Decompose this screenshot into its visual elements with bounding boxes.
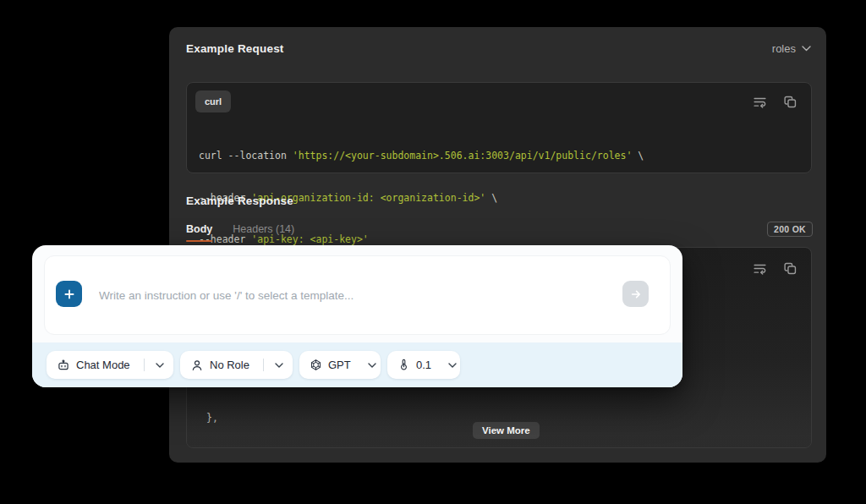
chevron-down-icon xyxy=(368,363,376,368)
tab-headers[interactable]: Headers (14) xyxy=(233,223,294,235)
request-code-actions xyxy=(753,95,797,109)
instruction-input[interactable] xyxy=(99,256,573,334)
send-button[interactable] xyxy=(622,281,649,307)
response-code-actions xyxy=(753,261,797,276)
role-label: No Role xyxy=(210,359,249,371)
code-text: curl --location xyxy=(199,150,293,162)
instruction-input-container xyxy=(44,255,671,335)
chevron-down-icon xyxy=(156,363,164,368)
plus-icon xyxy=(63,288,76,301)
status-badge: 200 OK xyxy=(767,222,813,237)
endpoint-selector[interactable]: roles xyxy=(772,42,811,55)
request-code-toolbar: curl xyxy=(195,90,797,112)
arrow-right-icon xyxy=(629,288,643,301)
endpoint-selector-label: roles xyxy=(772,42,796,55)
copy-icon[interactable] xyxy=(783,95,797,109)
chevron-down-icon xyxy=(275,363,283,368)
chevron-down-icon xyxy=(802,46,811,52)
openai-icon xyxy=(310,359,322,371)
chevron-down-icon xyxy=(448,363,457,368)
user-icon xyxy=(190,359,204,372)
pill-divider xyxy=(144,359,145,371)
code-text: \ xyxy=(632,150,644,162)
example-request-title: Example Request xyxy=(186,42,284,55)
model-label: GPT xyxy=(328,359,351,371)
code-text: \ xyxy=(485,192,497,204)
composer-settings-bar: Chat Mode No Role xyxy=(32,342,682,387)
code-string: 'https://<your-subdomain>.506.ai:3003/ap… xyxy=(293,150,633,162)
view-more-button[interactable]: View More xyxy=(473,422,540,439)
composer-card: Chat Mode No Role xyxy=(32,245,682,387)
thermometer-icon xyxy=(397,359,410,371)
tab-body[interactable]: Body xyxy=(186,223,212,235)
request-code-block: curl xyxy=(186,82,812,173)
temperature-selector[interactable]: 0.1 xyxy=(387,351,460,379)
pill-divider xyxy=(263,359,264,371)
temperature-label: 0.1 xyxy=(416,359,431,371)
add-attachment-button[interactable] xyxy=(56,281,82,307)
copy-icon[interactable] xyxy=(783,261,797,276)
settings-pills: Chat Mode No Role xyxy=(47,351,460,379)
wrap-text-icon[interactable] xyxy=(753,95,767,109)
screenshot-stage: Example Request roles curl xyxy=(0,0,866,504)
response-tabs-row: Body Headers (14) 200 OK xyxy=(186,222,813,237)
curl-language-tab[interactable]: curl xyxy=(195,90,231,112)
wrap-text-icon[interactable] xyxy=(753,261,767,276)
model-selector[interactable]: GPT xyxy=(299,351,381,379)
role-selector[interactable]: No Role xyxy=(180,351,293,379)
code-line: curl --location 'https://<your-subdomain… xyxy=(199,149,803,163)
chat-mode-selector[interactable]: Chat Mode xyxy=(47,351,173,379)
robot-icon xyxy=(57,359,70,372)
request-header-row: Example Request roles xyxy=(186,42,811,55)
chat-mode-label: Chat Mode xyxy=(76,359,130,371)
example-response-title: Example Response xyxy=(186,194,293,207)
